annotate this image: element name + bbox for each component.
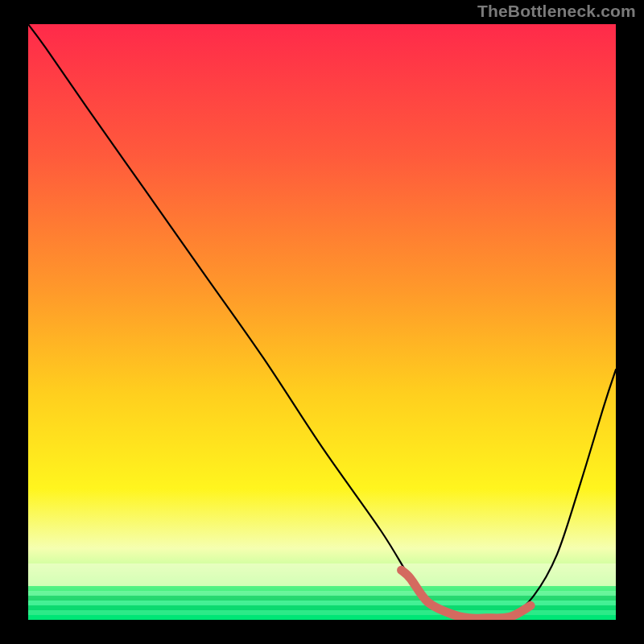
svg-rect-5 bbox=[28, 596, 616, 601]
chart-svg bbox=[0, 0, 644, 644]
svg-rect-1 bbox=[28, 615, 616, 620]
svg-rect-6 bbox=[28, 591, 616, 596]
gradient-panel bbox=[28, 24, 616, 620]
pale-band bbox=[28, 564, 616, 586]
chart-stage: TheBottleneck.com bbox=[0, 0, 644, 644]
svg-rect-7 bbox=[28, 586, 616, 591]
